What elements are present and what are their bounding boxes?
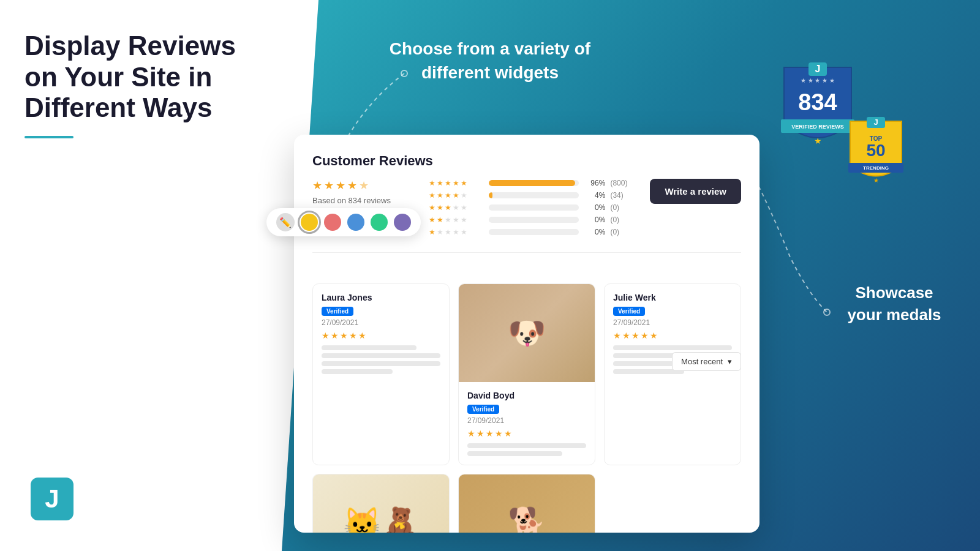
review-text-lines-laura [322, 345, 440, 374]
bar-stars-1: ★★★★★ [429, 228, 484, 236]
bar-track-2 [489, 217, 579, 223]
bar-pct-2: 0% [584, 216, 605, 224]
review-stars-david: ★★★★★ [467, 429, 586, 438]
color-picker-bar[interactable]: ✏️ [266, 208, 421, 236]
review-date-laura: 27/09/2021 [322, 318, 440, 327]
title-underline [24, 136, 74, 138]
bar-track-5 [489, 180, 579, 186]
bar-fill-4 [489, 192, 492, 198]
svg-text:J: J [815, 64, 821, 74]
bar-stars-4: ★★★★★ [429, 191, 484, 200]
review-card-cat: 🐱🧸 [312, 474, 450, 533]
j-logo-bottom: J [31, 478, 74, 520]
svg-text:★: ★ [873, 177, 879, 184]
based-on-text: Based on 834 reviews [312, 196, 391, 205]
bar-fill-5 [489, 180, 575, 186]
chevron-down-icon: ▾ [728, 357, 732, 366]
reviewer-name-david: David Boyd [467, 391, 586, 400]
reviewer-name-laura: Laura Jones [322, 293, 440, 302]
review-date-julie: 27/09/2021 [613, 318, 732, 327]
review-card-dog: 🐶 David Boyd Verified 27/09/2021 ★★★★★ [458, 283, 595, 465]
color-picker-icon: ✏️ [276, 213, 295, 231]
dog-image: 🐶 [459, 284, 595, 382]
review-content-laura: Laura Jones Verified 27/09/2021 ★★★★★ [313, 284, 449, 383]
bar-count-5: (800) [610, 179, 631, 187]
most-recent-dropdown[interactable]: Most recent ▾ [672, 352, 741, 371]
cat-image: 🐱🧸 [313, 474, 449, 533]
top-center-heading: Choose from a variety of different widge… [390, 37, 590, 84]
review-card-julie: Julie Werk Verified 27/09/2021 ★★★★★ [604, 283, 741, 465]
color-option-yellow[interactable] [301, 214, 318, 231]
star-5: ★ [359, 179, 369, 192]
bar-pct-1: 0% [584, 228, 605, 236]
overall-stars: ★ ★ ★ ★ ★ [312, 179, 369, 192]
star-1: ★ [312, 179, 322, 192]
svg-text:834: 834 [798, 89, 837, 115]
review-text-lines-david [467, 443, 586, 456]
review-content-david: David Boyd Verified 27/09/2021 ★★★★★ [459, 382, 595, 465]
bar-pct-5: 96% [584, 179, 605, 187]
widget-card: Customer Reviews ★ ★ ★ ★ ★ Based on 834 … [294, 135, 760, 533]
verified-badge-laura: Verified [322, 307, 353, 316]
bar-pct-4: 4% [584, 191, 605, 200]
write-review-button[interactable]: Write a review [650, 179, 741, 204]
bar-track-1 [489, 229, 579, 235]
bar-stars-5: ★★★★★ [429, 179, 484, 187]
review-card-andrea: 🐕 Andrea McGee Verified [458, 474, 595, 533]
bar-count-2: (0) [610, 216, 631, 224]
verified-badge-david: Verified [467, 405, 499, 414]
medal-top50-svg: J TOP 50 TRENDING ★ [845, 116, 907, 190]
rating-bars: ★★★★★ 96% (800) ★★★★★ 4% (34) ★★★★★ [429, 179, 631, 240]
star-2: ★ [324, 179, 334, 192]
main-title: Display Reviews on Your Site in Differen… [24, 31, 257, 124]
widget-title: Customer Reviews [312, 153, 741, 169]
review-date-david: 27/09/2021 [467, 416, 586, 425]
star-4: ★ [347, 179, 357, 192]
svg-text:★: ★ [814, 136, 822, 146]
rating-left: ★ ★ ★ ★ ★ Based on 834 reviews [312, 179, 410, 205]
bar-row-4: ★★★★★ 4% (34) [429, 191, 631, 200]
bar-row-5: ★★★★★ 96% (800) [429, 179, 631, 187]
showcase-text: Showcase your medals [833, 282, 956, 326]
reviews-grid: Laura Jones Verified 27/09/2021 ★★★★★ 🐶 [312, 283, 741, 533]
bar-row-3: ★★★★★ 0% (0) [429, 203, 631, 212]
bar-count-4: (34) [610, 191, 631, 200]
bar-count-3: (0) [610, 203, 631, 212]
bar-count-1: (0) [610, 228, 631, 236]
bar-stars-2: ★★★★★ [429, 216, 484, 224]
bar-track-3 [489, 204, 579, 211]
dog2-image: 🐕 [459, 474, 595, 533]
color-option-blue[interactable] [347, 214, 364, 231]
bar-stars-3: ★★★★★ [429, 203, 484, 212]
bar-row-2: ★★★★★ 0% (0) [429, 216, 631, 224]
color-option-purple[interactable] [394, 214, 411, 231]
bar-track-4 [489, 192, 579, 198]
review-stars-julie: ★★★★★ [613, 331, 732, 340]
svg-text:VERIFIED REVIEWS: VERIFIED REVIEWS [791, 124, 844, 130]
color-option-red[interactable] [324, 214, 341, 231]
review-card-laura: Laura Jones Verified 27/09/2021 ★★★★★ [312, 283, 450, 465]
left-section: Display Reviews on Your Site in Differen… [0, 0, 282, 551]
svg-text:50: 50 [866, 141, 885, 160]
reviewer-name-julie: Julie Werk [613, 293, 732, 302]
review-stars-laura: ★★★★★ [322, 331, 440, 340]
color-option-green[interactable] [371, 214, 388, 231]
svg-text:★ ★ ★ ★ ★: ★ ★ ★ ★ ★ [801, 77, 835, 84]
svg-text:TRENDING: TRENDING [863, 165, 889, 171]
medal-top50: J TOP 50 TRENDING ★ [845, 116, 907, 190]
verified-badge-julie: Verified [613, 307, 645, 316]
bar-pct-3: 0% [584, 203, 605, 212]
bar-row-1: ★★★★★ 0% (0) [429, 228, 631, 236]
star-3: ★ [336, 179, 345, 192]
svg-text:J: J [873, 118, 878, 127]
